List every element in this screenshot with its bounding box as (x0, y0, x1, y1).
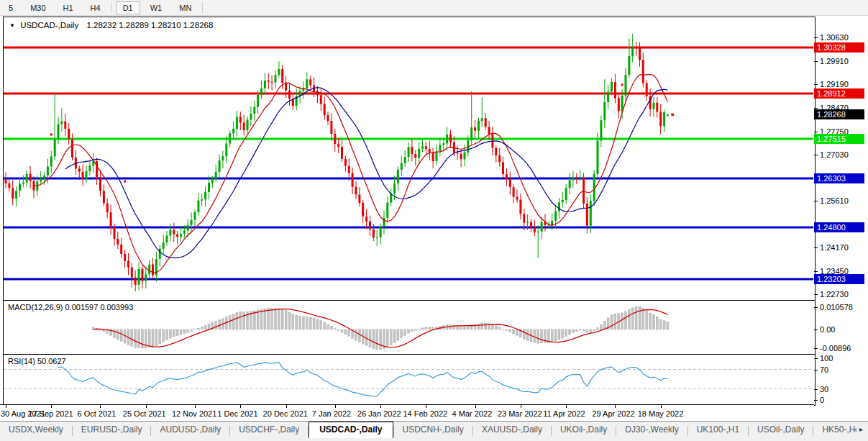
date-axis[interactable]: 30 Aug 202117 Sep 20216 Oct 202125 Oct 2… (0, 404, 814, 422)
tab-scroll-right-icon[interactable]: ▸ (859, 425, 866, 433)
tab-scroll-left-icon[interactable]: ◂ (853, 425, 859, 433)
timeframe-button-5[interactable]: 5 (1, 1, 20, 14)
date-axis-label: 29 Apr 2022 (592, 409, 634, 418)
price-line-badge: 1.23203 (814, 274, 864, 284)
date-axis-label: 20 Dec 2021 (263, 409, 308, 418)
date-tick-mark (100, 405, 101, 408)
timeframe-button-MN[interactable]: MN (172, 1, 198, 14)
price-axis-tick: 1.30630 (820, 33, 849, 42)
symbol-dropdown-icon[interactable]: ▼ (9, 22, 15, 29)
price-axis-tick: -0.00896 (820, 344, 851, 353)
axis-tick-mark (814, 329, 818, 330)
axis-tick-mark (814, 155, 818, 155)
signal-marker (621, 83, 623, 86)
price-axis-tick: 1.27030 (820, 150, 849, 160)
date-tick-mark (146, 405, 147, 408)
price-axis-tick: 100 (820, 354, 833, 363)
date-tick-mark (195, 405, 196, 408)
price-line-badge: 1.24800 (814, 222, 864, 232)
price-axis-tick: 70 (820, 365, 828, 375)
main-chart-panel[interactable]: ▼ USDCAD-,Daily 1.28232 1.28289 1.28210 … (3, 17, 816, 301)
date-tick-mark (335, 405, 336, 408)
price-line-badge: 1.26303 (814, 173, 864, 183)
date-axis-label: 4 Mar 2022 (452, 409, 493, 418)
symbol-tab-uk100-h1[interactable]: UK100-,H1 (688, 422, 748, 437)
axis-tick-mark (814, 271, 818, 272)
symbol-tab-dj30-weekly[interactable]: DJ30-,Weekly (616, 422, 687, 437)
price-axis[interactable]: 1.306301.299101.291901.284701.277501.270… (814, 17, 868, 405)
date-axis-label: 23 Mar 2022 (498, 409, 542, 418)
axis-tick-mark (814, 307, 818, 308)
axis-tick-mark (814, 370, 818, 370)
toolbar-separator (202, 2, 203, 13)
date-tick-mark (521, 405, 521, 408)
axis-tick-mark (814, 61, 818, 62)
price-axis-tick: 0.00 (820, 325, 835, 335)
date-axis-label: 18 May 2022 (638, 409, 684, 418)
tab-scroll-arrows[interactable]: ◂▸ (853, 425, 866, 433)
symbol-tab-eurusd-daily[interactable]: EURUSD-,Daily (73, 422, 151, 437)
date-axis-label: 17 Sep 2021 (28, 409, 73, 418)
chart-symbol-label: USDCAD-,Daily (20, 21, 78, 29)
symbol-tab-ukoil-daily[interactable]: UKOil-,Daily (552, 422, 616, 437)
date-axis-label: 11 Apr 2022 (543, 409, 585, 418)
rsi-panel[interactable]: RSI(14) 50.0627 (3, 354, 816, 406)
timeframe-button-D1[interactable]: D1 (116, 1, 140, 14)
timeframe-toolbar: 5M30H1H4D1W1MN (0, 0, 868, 16)
price-line-badge: 1.27515 (814, 134, 864, 144)
price-axis-tick: 1.25610 (820, 196, 849, 206)
axis-tick-mark (814, 348, 818, 349)
rsi-label: RSI(14) 50.0627 (8, 357, 66, 365)
date-tick-mark (286, 405, 287, 408)
date-tick-mark (6, 405, 6, 408)
chart-ohlc-values: 1.28232 1.28289 1.28210 1.28268 (86, 21, 213, 29)
symbol-tab-usdx-weekly[interactable]: USDX,Weekly (0, 422, 72, 437)
timeframe-button-M30[interactable]: M30 (23, 1, 52, 14)
date-tick-mark (475, 405, 476, 408)
axis-tick-mark (814, 400, 818, 401)
date-axis-label: 26 Jan 2022 (357, 409, 401, 418)
date-tick-mark (380, 405, 381, 408)
candlestick-series (5, 34, 669, 291)
date-axis-label: 1 Dec 2021 (217, 409, 257, 418)
date-axis-label: 25 Oct 2021 (123, 409, 166, 418)
macd-label: MACD(12,26,9) 0.001597 0.003993 (8, 303, 133, 312)
price-axis-tick: 0.010578 (820, 303, 853, 312)
axis-tick-mark (814, 358, 818, 359)
date-tick-mark (661, 405, 662, 408)
date-axis-label: 14 Feb 2022 (403, 409, 447, 418)
rsi-chart[interactable] (4, 355, 815, 404)
price-line-badge: 1.28912 (814, 88, 864, 99)
timeframe-button-H1[interactable]: H1 (56, 1, 81, 14)
price-axis-tick: 1.29910 (820, 57, 849, 66)
symbol-tab-usdcnh-daily[interactable]: USDCNH-,Daily (394, 422, 472, 437)
date-axis-label: 6 Oct 2021 (77, 409, 116, 418)
symbol-tab-usdchf-daily[interactable]: USDCHF-,Daily (230, 422, 308, 437)
macd-histogram (92, 306, 669, 350)
timeframe-button-W1[interactable]: W1 (143, 1, 170, 14)
macd-panel[interactable]: MACD(12,26,9) 0.001597 0.003993 (3, 300, 816, 355)
date-tick-mark (615, 405, 616, 408)
axis-tick-mark (814, 389, 818, 390)
symbol-tab-xauusd-daily[interactable]: XAUUSD-,Daily (473, 422, 551, 437)
symbol-tab-usoil-daily[interactable]: USOil-,Daily (749, 422, 813, 437)
chart-title: ▼ USDCAD-,Daily 1.28232 1.28289 1.28210 … (9, 21, 213, 29)
date-tick-mark (426, 405, 426, 408)
date-tick-mark (566, 405, 567, 408)
symbol-tab-usdcad-daily[interactable]: USDCAD-,Daily (309, 422, 393, 438)
signal-marker (124, 181, 126, 183)
date-axis-label: 12 Nov 2021 (172, 409, 216, 418)
axis-tick-mark (814, 84, 818, 85)
candlestick-chart[interactable] (4, 17, 815, 299)
ma-slow-line (65, 88, 668, 258)
signal-marker (50, 134, 52, 136)
price-axis-tick: 30 (820, 385, 828, 394)
price-axis-tick: 1.24170 (820, 243, 849, 253)
axis-tick-mark (814, 108, 818, 109)
price-line-badge: 1.28268 (814, 109, 864, 119)
symbol-tab-bar: USDX,WeeklyEURUSD-,DailyAUDUSD-,DailyUSD… (0, 421, 868, 441)
symbol-tab-audusd-daily[interactable]: AUDUSD-,Daily (151, 422, 229, 437)
axis-tick-mark (814, 201, 818, 201)
price-axis-tick: 0 (820, 396, 824, 405)
timeframe-button-H4[interactable]: H4 (83, 1, 108, 14)
